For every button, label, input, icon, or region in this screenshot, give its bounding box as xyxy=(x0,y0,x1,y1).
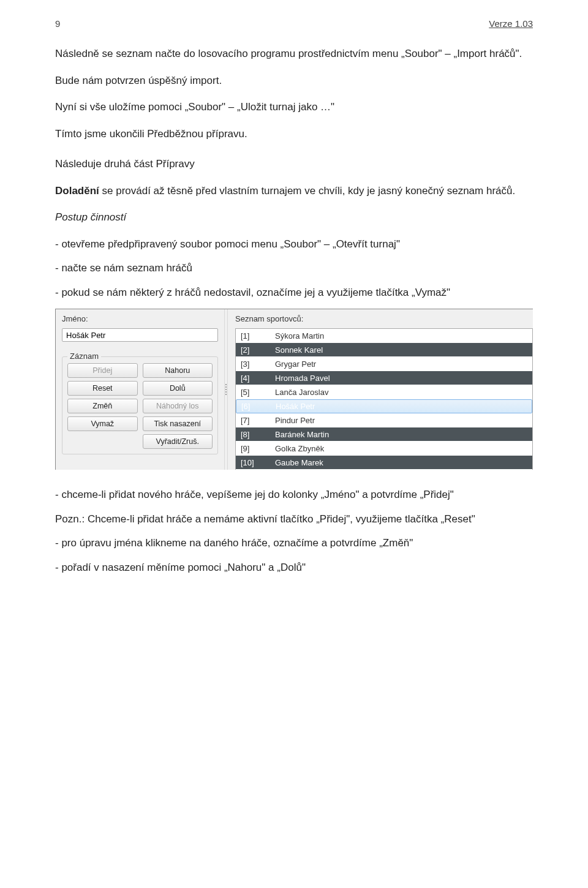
random-button[interactable]: Náhodný los xyxy=(143,399,213,413)
add-button[interactable]: Přidej xyxy=(67,363,138,378)
player-list[interactable]: [1]Sýkora Martin[2]Sonnek Karel[3]Grygar… xyxy=(235,328,533,470)
left-panel: Jméno: Záznam Přidej Nahoru Reset Dolů Z… xyxy=(56,309,224,470)
group-title: Záznam xyxy=(67,352,101,361)
list-item[interactable]: [2]Sonnek Karel xyxy=(236,343,532,357)
paragraph: Tímto jsme ukončili Předběžnou přípravu. xyxy=(55,126,533,142)
list-item[interactable]: [3]Grygar Petr xyxy=(236,357,532,371)
delete-button[interactable]: Vymaž xyxy=(67,416,138,431)
list-item[interactable]: [8]Baránek Martin xyxy=(236,427,532,442)
player-name: Baránek Martin xyxy=(264,430,532,439)
paragraph: Bude nám potvrzen úspěšný import. xyxy=(55,73,533,89)
list-item[interactable]: [7]Pindur Petr xyxy=(236,413,532,427)
page-header: 9 Verze 1.03 xyxy=(55,18,533,29)
list-item: - pokud se nám některý z hráčů nedostavi… xyxy=(55,285,533,301)
player-name: Gaube Marek xyxy=(264,458,532,467)
reset-button[interactable]: Reset xyxy=(67,381,138,396)
list-label: Seznam sportovců: xyxy=(235,314,533,323)
player-rank: [3] xyxy=(236,359,264,369)
list-item[interactable]: [1]Sýkora Martin xyxy=(236,329,532,343)
version-label: Verze 1.03 xyxy=(489,18,533,29)
list-item[interactable]: [5]Lanča Jaroslav xyxy=(236,385,532,399)
up-button[interactable]: Nahoru xyxy=(143,363,213,378)
list-item: - chceme-li přidat nového hráče, vepíšem… xyxy=(55,487,533,503)
player-name: Grygar Petr xyxy=(264,359,532,369)
list-item: - načte se nám seznam hráčů xyxy=(55,260,533,276)
player-name: Golka Zbyněk xyxy=(264,444,532,453)
player-rank: [1] xyxy=(236,331,264,341)
exclude-button[interactable]: Vyřadit/Zruš. xyxy=(143,434,213,449)
change-button[interactable]: Změň xyxy=(67,399,138,413)
bold-text: Doladění xyxy=(55,185,99,197)
paragraph: Doladění se provádí až těsně před vlastn… xyxy=(55,183,533,199)
player-rank: [9] xyxy=(236,444,264,453)
list-item: - otevřeme předpřipravený soubor pomoci … xyxy=(55,236,533,252)
record-group: Záznam Přidej Nahoru Reset Dolů Změň Náh… xyxy=(62,356,218,454)
right-panel: Seznam sportovců: [1]Sýkora Martin[2]Son… xyxy=(228,309,533,470)
player-rank: [7] xyxy=(236,416,264,425)
note-paragraph: Pozn.: Chceme-li přidat hráče a nemáme a… xyxy=(55,511,533,527)
player-rank: [8] xyxy=(236,430,264,439)
button-grid: Přidej Nahoru Reset Dolů Změň Náhodný lo… xyxy=(67,363,213,449)
list-item[interactable]: [9]Golka Zbyněk xyxy=(236,442,532,456)
player-name: Lanča Jaroslav xyxy=(264,388,532,397)
player-rank: [2] xyxy=(236,345,264,355)
list-item: - pro úpravu jména klikneme na daného hr… xyxy=(55,535,533,551)
paragraph: Nyní si vše uložíme pomoci „Soubor" – „U… xyxy=(55,99,533,115)
player-rank: [5] xyxy=(236,388,264,397)
player-name: Pindur Petr xyxy=(264,416,532,425)
player-rank: [4] xyxy=(236,374,264,383)
paragraph-italic: Postup činností xyxy=(55,209,533,225)
player-rank: [6] xyxy=(236,402,265,411)
player-rank: [10] xyxy=(236,458,264,467)
page-number: 9 xyxy=(55,18,60,29)
app-screenshot: Jméno: Záznam Přidej Nahoru Reset Dolů Z… xyxy=(55,309,533,470)
player-name: Sýkora Martin xyxy=(264,331,532,341)
player-name: Sonnek Karel xyxy=(264,345,532,355)
list-item[interactable]: [6]Hošák Petr xyxy=(236,399,532,413)
paragraph: Následuje druhá část Přípravy xyxy=(55,156,533,172)
text: se provádí až těsně před vlastním turnaj… xyxy=(99,185,515,197)
paragraph: Následně se seznam načte do losovacího p… xyxy=(55,46,533,62)
list-item: - pořadí v nasazení měníme pomoci „Nahor… xyxy=(55,560,533,576)
list-item[interactable]: [4]Hromada Pavel xyxy=(236,371,532,385)
name-input[interactable] xyxy=(62,328,218,342)
name-label: Jméno: xyxy=(62,314,218,323)
player-name: Hromada Pavel xyxy=(264,374,532,383)
list-item[interactable]: [10]Gaube Marek xyxy=(236,456,532,470)
player-name: Hošák Petr xyxy=(265,402,532,411)
down-button[interactable]: Dolů xyxy=(143,381,213,396)
print-button[interactable]: Tisk nasazení xyxy=(143,416,213,431)
